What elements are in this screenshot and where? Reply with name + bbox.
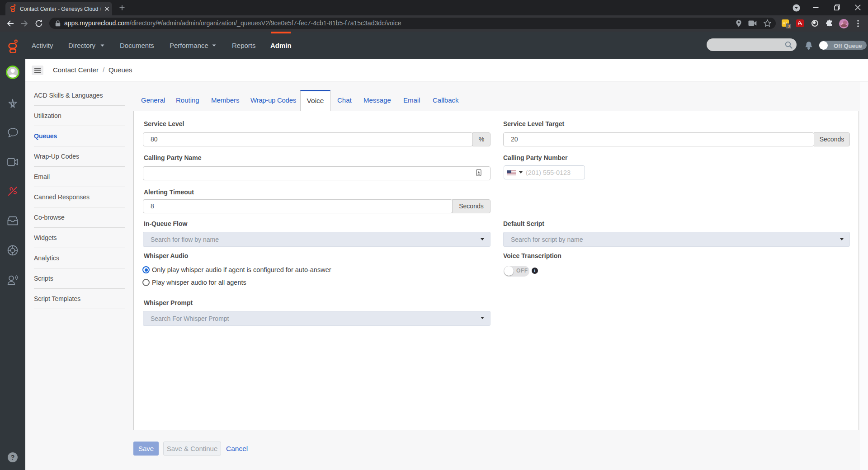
svg-text:?: ? — [11, 454, 15, 461]
